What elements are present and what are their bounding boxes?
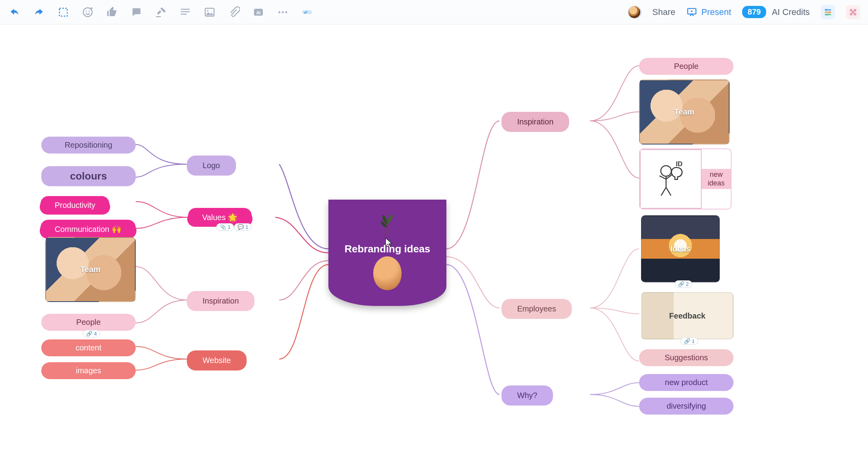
svg-text:AI: AI xyxy=(256,10,260,15)
node-productivity[interactable]: Productivity xyxy=(45,198,105,213)
share-button[interactable]: Share xyxy=(652,7,675,17)
central-egg-graphic xyxy=(373,256,402,290)
svg-line-26 xyxy=(666,187,671,195)
redo-icon[interactable] xyxy=(32,6,46,19)
undo-icon[interactable] xyxy=(8,6,21,19)
people-left-badge[interactable]: 🔗4 xyxy=(83,330,100,337)
node-new-ideas[interactable]: ID new ideas xyxy=(639,148,732,209)
node-team-right[interactable]: Team xyxy=(639,80,730,144)
node-central[interactable]: Rebranding ideas xyxy=(328,200,446,306)
present-button[interactable]: Present xyxy=(686,7,731,18)
node-people-right[interactable]: People xyxy=(639,58,733,75)
node-colours[interactable]: colours xyxy=(41,166,136,186)
emoji-icon[interactable] xyxy=(81,6,94,19)
more-icon[interactable] xyxy=(276,6,289,19)
ideas-badge[interactable]: 🔗2 xyxy=(674,280,692,288)
node-logo[interactable]: Logo xyxy=(187,156,236,176)
task-toggle-icon[interactable] xyxy=(300,6,314,19)
svg-point-12 xyxy=(285,11,287,13)
mindmap-canvas[interactable]: Rebranding ideas Logo Repositioning colo… xyxy=(0,24,868,452)
node-team-left-label: Team xyxy=(81,265,101,274)
svg-point-11 xyxy=(282,11,284,13)
svg-point-2 xyxy=(86,11,87,12)
values-comment-badge[interactable]: 💬1 xyxy=(234,223,252,231)
svg-point-20 xyxy=(826,13,828,15)
avatar[interactable] xyxy=(628,6,641,19)
node-new-product[interactable]: new product xyxy=(639,374,733,391)
svg-point-10 xyxy=(278,11,280,13)
node-content[interactable]: content xyxy=(41,339,136,356)
node-communication[interactable]: Communication 🙌 xyxy=(45,221,131,237)
node-employees[interactable]: Employees xyxy=(501,299,572,319)
node-website[interactable]: Website xyxy=(187,350,247,370)
svg-rect-0 xyxy=(59,8,67,16)
node-people-left[interactable]: People xyxy=(41,314,136,331)
notes-icon[interactable] xyxy=(179,6,192,19)
new-ideas-graphic: ID xyxy=(640,149,702,209)
node-ideas-label: Ideas xyxy=(670,245,690,254)
svg-line-25 xyxy=(661,187,666,195)
credits-count: 879 xyxy=(742,6,766,18)
svg-rect-13 xyxy=(302,10,312,14)
node-ideas[interactable]: Ideas xyxy=(641,215,720,282)
new-ideas-label: new ideas xyxy=(702,169,731,189)
node-feedback[interactable]: Feedback xyxy=(641,292,733,339)
thumbs-up-icon[interactable] xyxy=(105,6,119,19)
node-values[interactable]: Values 🌟 xyxy=(193,209,247,225)
gavel-icon[interactable] xyxy=(154,6,168,19)
select-box-icon[interactable] xyxy=(57,6,70,19)
image-icon[interactable] xyxy=(203,6,216,19)
present-icon xyxy=(686,7,697,18)
node-why[interactable]: Why? xyxy=(501,385,553,406)
svg-point-18 xyxy=(826,9,827,11)
svg-text:ID: ID xyxy=(676,160,682,167)
node-images[interactable]: images xyxy=(41,362,136,379)
ai-icon[interactable]: AI xyxy=(252,6,265,19)
toolbar: AI Share Present 879 AI Credits xyxy=(0,0,868,24)
central-title: Rebranding ideas xyxy=(345,243,430,255)
feedback-badge[interactable]: 🔗1 xyxy=(680,337,698,345)
central-leaf-graphic xyxy=(376,213,399,237)
svg-point-7 xyxy=(207,10,208,11)
attachment-icon[interactable] xyxy=(227,6,241,19)
svg-point-1 xyxy=(83,7,92,17)
node-inspiration-right[interactable]: Inspiration xyxy=(501,112,569,132)
puzzle-icon[interactable] xyxy=(846,5,860,19)
present-label: Present xyxy=(701,7,731,17)
values-attachment-badge[interactable]: 📎1 xyxy=(216,223,234,231)
node-diversifying[interactable]: diversifying xyxy=(639,398,733,415)
node-feedback-label: Feedback xyxy=(669,311,705,320)
node-team-right-label: Team xyxy=(674,107,695,117)
svg-point-21 xyxy=(661,165,671,176)
node-repositioning[interactable]: Repositioning xyxy=(41,137,136,154)
sliders-icon[interactable] xyxy=(821,5,835,19)
comment-icon[interactable] xyxy=(130,6,143,19)
node-team-left[interactable]: Team xyxy=(45,237,136,302)
svg-point-3 xyxy=(88,11,90,12)
svg-point-19 xyxy=(829,11,831,13)
credits-label: AI Credits xyxy=(772,7,810,17)
ai-credits[interactable]: 879 AI Credits xyxy=(742,6,810,18)
node-suggestions[interactable]: Suggestions xyxy=(639,349,733,366)
node-inspiration-left[interactable]: Inspiration xyxy=(187,291,254,311)
